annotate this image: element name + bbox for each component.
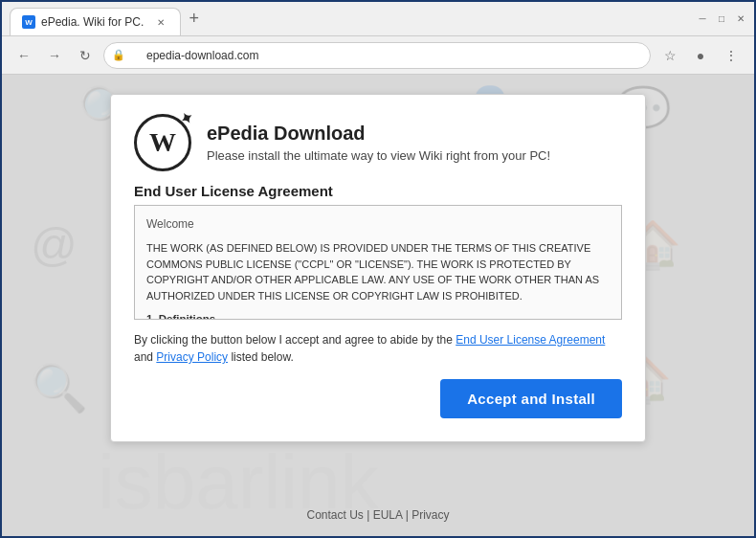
dialog-card: W ✦ ePedia Download Please install the u… (110, 94, 646, 442)
eula-link[interactable]: End User License Agreement (456, 333, 605, 347)
eula-box[interactable]: Welcome THE WORK (AS DEFINED BELOW) IS P… (134, 205, 622, 320)
bg-at-icon: @ (31, 218, 78, 271)
window-controls: ─ □ ✕ (697, 13, 746, 25)
tab-bar: W ePedia. Wiki for PC. ✕ + (10, 2, 697, 35)
footer-sep1: | (364, 508, 373, 522)
minimize-button[interactable]: ─ (697, 13, 708, 25)
address-text: epedia-download.com (146, 49, 258, 62)
card-subtitle: Please install the ultimate way to view … (207, 148, 550, 163)
consent-prefix: By clicking the button below I accept an… (134, 333, 456, 347)
tab-label: ePedia. Wiki for PC. (41, 15, 144, 29)
browser-window: W ePedia. Wiki for PC. ✕ + ─ □ ✕ ← → ↻ 🔒… (0, 0, 756, 538)
eula-section: End User License Agreement Welcome THE W… (134, 183, 622, 320)
maximize-button[interactable]: □ (716, 13, 727, 25)
address-field[interactable]: 🔒 epedia-download.com (103, 42, 651, 69)
tab-favicon: W (22, 15, 35, 29)
page-footer: Contact Us | EULA | Privacy (307, 508, 450, 522)
menu-button[interactable]: ⋮ (718, 42, 745, 69)
profile-button[interactable]: ● (687, 42, 714, 69)
page-content: 🔍 📍 👤 💬 @ 🗨 📡 🏠 🔍 𝑾 📷 🏠 isbarlink W ✦ (2, 75, 754, 536)
eula-heading: End User License Agreement (134, 183, 622, 199)
contact-us-link[interactable]: Contact Us (307, 508, 364, 522)
eula-body-text: THE WORK (AS DEFINED BELOW) IS PROVIDED … (146, 240, 610, 303)
eula-footer-link[interactable]: EULA (373, 508, 403, 522)
card-title: ePedia Download (207, 123, 550, 145)
consent-text: By clicking the button below I accept an… (134, 331, 622, 366)
back-button[interactable]: ← (11, 43, 36, 68)
wp-logo-circle: W ✦ (134, 114, 191, 171)
active-tab[interactable]: W ePedia. Wiki for PC. ✕ (10, 8, 181, 35)
bookmark-button[interactable]: ☆ (656, 42, 683, 69)
forward-button[interactable]: → (42, 43, 67, 68)
footer-sep2: | (402, 508, 411, 522)
toolbar-icons: ☆ ● ⋮ (656, 42, 745, 69)
lock-icon: 🔒 (112, 49, 125, 61)
close-button[interactable]: ✕ (735, 13, 746, 25)
new-tab-button[interactable]: + (181, 9, 207, 29)
bg-search2-icon: 🔍 (31, 362, 88, 415)
privacy-policy-link[interactable]: Privacy Policy (156, 350, 228, 364)
tab-close-button[interactable]: ✕ (153, 14, 168, 30)
title-bar: W ePedia. Wiki for PC. ✕ + ─ □ ✕ (2, 2, 754, 36)
card-header: W ✦ ePedia Download Please install the u… (134, 114, 622, 171)
eula-welcome: Welcome (146, 215, 610, 233)
wand-icon: ✦ (176, 107, 196, 129)
card-title-block: ePedia Download Please install the ultim… (207, 123, 550, 163)
wp-logo: W ✦ (134, 114, 191, 171)
address-bar-row: ← → ↻ 🔒 epedia-download.com ☆ ● ⋮ (2, 36, 754, 75)
accept-install-button[interactable]: Accept and Install (440, 379, 622, 418)
refresh-button[interactable]: ↻ (73, 43, 98, 68)
privacy-footer-link[interactable]: Privacy (411, 508, 449, 522)
eula-def-title: 1. Definitions (146, 311, 610, 320)
consent-mid: and (134, 350, 156, 364)
consent-suffix: listed below. (228, 350, 294, 364)
